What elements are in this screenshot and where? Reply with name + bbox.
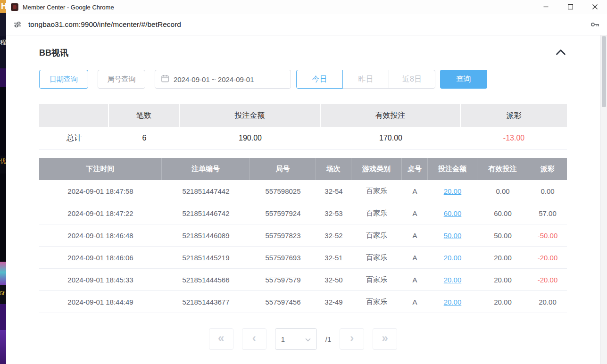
- cell-round-id: 557597579: [250, 269, 316, 291]
- date-range-input[interactable]: 2024-09-01 ~ 2024-09-01: [155, 70, 291, 89]
- date-query-tab[interactable]: 日期查询: [39, 70, 88, 89]
- cell-bet-amount: 20.00: [428, 269, 477, 291]
- prev-page-button[interactable]: ‹: [242, 328, 266, 350]
- cell-game-type: 百家乐: [351, 291, 402, 313]
- close-button[interactable]: [582, 0, 607, 14]
- cell-session: 32-50: [316, 269, 351, 291]
- cell-valid-bet: 50.00: [477, 224, 528, 247]
- background-fragment: [0, 68, 6, 87]
- cell-bet-time: 2024-09-01 18:47:58: [39, 180, 162, 202]
- screen: H 程 优 5f Member Center - Google Chrome: [0, 0, 607, 364]
- background-fragment: [0, 330, 6, 364]
- table-row: 2024-09-01 18:47:22 521851446742 5575979…: [39, 202, 567, 224]
- cell-table-no: A: [402, 291, 428, 313]
- bet-amount-link[interactable]: 20.00: [444, 298, 462, 306]
- cell-order-id: 521851446742: [162, 202, 250, 224]
- summary-header-valid-bet: 有效投注: [321, 104, 461, 127]
- cell-round-id: 557598025: [250, 180, 316, 202]
- cell-bet-time: 2024-09-01 18:44:49: [39, 291, 162, 313]
- next-page-button[interactable]: ›: [340, 328, 364, 350]
- maximize-button[interactable]: [558, 0, 582, 14]
- minimize-button[interactable]: [533, 0, 558, 14]
- cell-payout: -20.00: [528, 247, 567, 269]
- filter-row: 日期查询 局号查询 2024-09-01 ~ 2024-09-01 今日: [39, 70, 567, 89]
- cell-bet-amount: 20.00: [428, 180, 477, 202]
- collapse-panel-button[interactable]: [555, 48, 567, 58]
- cell-bet-time: 2024-09-01 18:45:33: [39, 269, 162, 291]
- pagination: « ‹ 1 /1 › »: [39, 328, 567, 350]
- scrollbar-thumb[interactable]: [602, 36, 606, 107]
- cell-valid-bet: 20.00: [477, 269, 528, 291]
- header-table-no: 桌号: [402, 158, 428, 180]
- bet-amount-link[interactable]: 20.00: [444, 187, 462, 195]
- cell-session: 32-53: [316, 202, 351, 224]
- search-button[interactable]: 查询: [440, 70, 487, 89]
- bet-amount-link[interactable]: 60.00: [444, 209, 462, 217]
- cell-valid-bet: 20.00: [477, 291, 528, 313]
- bet-amount-link[interactable]: 20.00: [444, 276, 462, 284]
- address-bar: tongbao31.com:9900/infe/mcenter/#/betRec…: [6, 14, 607, 35]
- first-page-icon: «: [218, 331, 224, 345]
- summary-header-empty: [39, 104, 109, 127]
- table-row: 2024-09-01 18:45:33 521851444566 5575975…: [39, 269, 567, 291]
- page-content: BB视讯 日期查询 局号查询: [6, 35, 607, 364]
- cell-bet-amount: 50.00: [428, 224, 477, 247]
- prev-page-icon: ‹: [252, 331, 256, 345]
- yesterday-button[interactable]: 昨日: [342, 70, 389, 89]
- cell-order-id: 521851444566: [162, 269, 250, 291]
- bet-amount-link[interactable]: 20.00: [444, 254, 462, 262]
- page-select[interactable]: 1: [275, 328, 317, 350]
- summary-header-bet-amount: 投注金额: [180, 104, 321, 127]
- cell-session: 32-51: [316, 247, 351, 269]
- background-fragment: 程: [0, 36, 6, 68]
- site-settings-tune-icon[interactable]: [13, 20, 22, 29]
- cell-valid-bet: 0.00: [477, 180, 528, 202]
- cell-round-id: 557597823: [250, 224, 316, 247]
- summary-header-payout: 派彩: [461, 104, 567, 127]
- bet-records-table: 下注时间 注单编号 局号 场次 游戏类别 桌号 投注金额 有效投注 派彩 202…: [39, 158, 567, 313]
- close-icon: [592, 4, 598, 11]
- today-button[interactable]: 今日: [296, 70, 343, 89]
- cell-round-id: 557597924: [250, 202, 316, 224]
- date-range-value: 2024-09-01 ~ 2024-09-01: [174, 75, 254, 83]
- table-row: 2024-09-01 18:46:06 521851445219 5575976…: [39, 247, 567, 269]
- cell-bet-time: 2024-09-01 18:47:22: [39, 202, 162, 224]
- background-fragment: [0, 13, 6, 36]
- cell-valid-bet: 60.00: [477, 202, 528, 224]
- cell-game-type: 百家乐: [351, 247, 402, 269]
- maximize-icon: [568, 4, 573, 11]
- password-key-icon[interactable]: [590, 20, 600, 29]
- background-fragment: [0, 304, 6, 330]
- browser-window: Member Center - Google Chrome: [6, 0, 607, 364]
- background-fragment: H: [0, 0, 6, 13]
- summary-total-count: 6: [109, 127, 180, 150]
- background-window-strip: H 程 优 5f: [0, 0, 6, 364]
- background-fragment: 5f: [0, 285, 6, 304]
- summary-total-valid-bet: 170.00: [321, 127, 461, 150]
- cell-session: 32-49: [316, 291, 351, 313]
- cell-payout: 57.00: [528, 202, 567, 224]
- table-body: 2024-09-01 18:47:58 521851447442 5575980…: [39, 180, 567, 313]
- cell-bet-amount: 60.00: [428, 202, 477, 224]
- calendar-icon: [161, 74, 169, 84]
- bet-amount-link[interactable]: 50.00: [444, 232, 462, 240]
- header-bet-time: 下注时间: [39, 158, 162, 180]
- scrollbar[interactable]: [600, 35, 607, 364]
- cell-bet-amount: 20.00: [428, 291, 477, 313]
- background-fragment: 优: [0, 156, 6, 174]
- first-page-button[interactable]: «: [209, 328, 233, 350]
- url-text[interactable]: tongbao31.com:9900/infe/mcenter/#/betRec…: [28, 20, 584, 29]
- summary-header-row: 笔数 投注金额 有效投注 派彩: [39, 104, 567, 127]
- last-page-button[interactable]: »: [373, 328, 397, 350]
- titlebar: Member Center - Google Chrome: [6, 0, 607, 14]
- round-query-tab[interactable]: 局号查询: [98, 70, 145, 89]
- page-total: /1: [325, 335, 332, 343]
- cell-session: 32-54: [316, 180, 351, 202]
- background-fragment: [0, 87, 6, 156]
- cell-bet-amount: 20.00: [428, 247, 477, 269]
- last-8-days-button[interactable]: 近8日: [389, 70, 435, 89]
- cell-order-id: 521851446089: [162, 224, 250, 247]
- cell-payout: -20.00: [528, 269, 567, 291]
- cell-valid-bet: 20.00: [477, 247, 528, 269]
- table-row: 2024-09-01 18:44:49 521851443677 5575974…: [39, 291, 567, 313]
